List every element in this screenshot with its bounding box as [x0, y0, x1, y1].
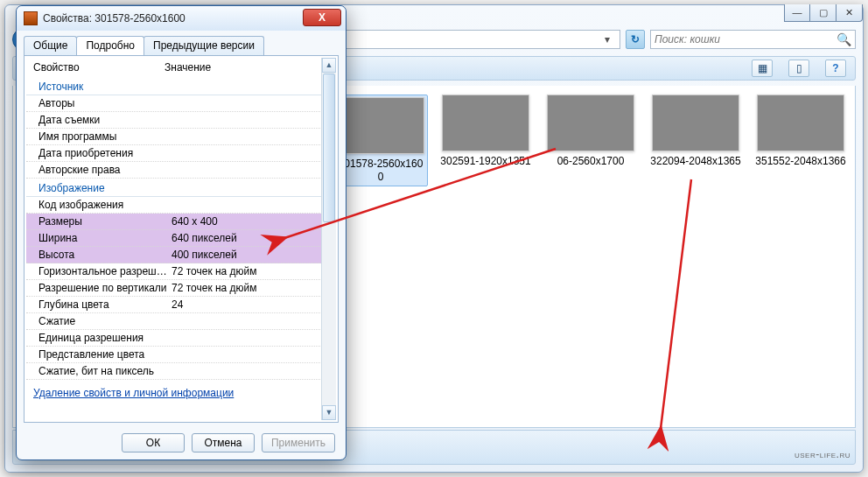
property-row[interactable]: Размеры640 x 400	[26, 214, 336, 230]
property-row[interactable]: Сжатие, бит на пиксель	[26, 363, 336, 380]
property-list: ИсточникАвторыДата съемкиИмя программыДа…	[26, 77, 336, 380]
property-value	[172, 114, 315, 126]
dialog-titlebar[interactable]: Свойства: 301578-2560x1600	[17, 6, 346, 31]
apply-button[interactable]: Применить	[262, 433, 335, 452]
property-name: Горизонтальное разреш…	[38, 265, 172, 277]
section-header: Источник	[26, 77, 336, 95]
view-button[interactable]: ▦	[752, 60, 773, 77]
property-row[interactable]: Дата съемки	[26, 112, 336, 129]
tab-general[interactable]: Общие	[24, 36, 77, 55]
thumbnail-caption: 06-2560x1700	[543, 155, 638, 168]
property-row[interactable]: Единица разрешения	[26, 330, 336, 347]
property-row[interactable]: Глубина цвета24	[26, 297, 336, 313]
remove-properties-link[interactable]: Удаление свойств и личной информации	[26, 380, 336, 399]
tab-body: Свойство Значение ИсточникАвторыДата съе…	[24, 55, 339, 423]
property-value	[172, 147, 315, 159]
dialog-buttons: ОК Отмена Применить	[17, 433, 346, 452]
property-name: Дата съемки	[38, 114, 172, 126]
property-row[interactable]: Авторы	[26, 95, 336, 112]
property-name: Высота	[38, 249, 172, 261]
property-row[interactable]: Разрешение по вертикали72 точек на дюйм	[26, 280, 336, 297]
thumbnail-item[interactable]: 301578-2560x1600	[333, 95, 428, 186]
search-input[interactable]	[654, 33, 836, 46]
scroll-down-button[interactable]: ▼	[322, 405, 336, 420]
thumbnail-image	[337, 97, 424, 154]
preview-pane-button[interactable]: ▯	[788, 60, 809, 77]
property-row[interactable]: Сжатие	[26, 313, 336, 330]
thumbnail-item[interactable]: 302591-1920x1351	[438, 95, 533, 186]
minimize-button[interactable]: —	[784, 4, 810, 22]
search-box[interactable]: 🔍	[650, 30, 856, 49]
property-name: Авторы	[38, 97, 172, 109]
property-name: Единица разрешения	[38, 332, 172, 344]
tab-details[interactable]: Подробно	[76, 36, 144, 55]
property-row[interactable]: Представление цвета	[26, 347, 336, 363]
property-row[interactable]: Дата приобретения	[26, 145, 336, 162]
thumbnail-image	[442, 95, 529, 151]
scrollbar[interactable]: ▲ ▼	[321, 58, 336, 420]
property-name: Ширина	[38, 232, 172, 244]
property-value	[172, 97, 315, 109]
properties-dialog: Свойства: 301578-2560x1600 X Общие Подро…	[16, 5, 346, 460]
column-value[interactable]: Значение	[164, 61, 315, 74]
column-property[interactable]: Свойство	[33, 61, 164, 74]
property-name: Разрешение по вертикали	[38, 282, 172, 294]
property-value	[172, 315, 315, 327]
property-value: 24	[172, 298, 315, 311]
property-value	[172, 130, 315, 143]
cancel-button[interactable]: Отмена	[192, 433, 255, 452]
thumbnail-caption: 302591-1920x1351	[438, 155, 533, 168]
tab-strip: Общие Подробно Предыдущие версии	[17, 31, 346, 55]
property-row[interactable]: Имя программы	[26, 129, 336, 145]
property-value: 400 пикселей	[172, 249, 315, 261]
maximize-button[interactable]: ▢	[810, 4, 836, 22]
property-name: Сжатие	[38, 315, 172, 327]
thumbnail-item[interactable]: 351552-2048x1366	[753, 95, 848, 186]
property-value	[172, 164, 315, 176]
column-headers: Свойство Значение	[26, 60, 336, 77]
thumbnail-caption: 351552-2048x1366	[753, 155, 848, 168]
property-name: Дата приобретения	[38, 147, 172, 159]
property-value	[172, 199, 315, 211]
tab-previous-versions[interactable]: Предыдущие версии	[144, 36, 264, 55]
property-name: Имя программы	[38, 130, 172, 143]
dialog-close-button[interactable]: X	[303, 9, 341, 26]
thumbnail-image	[652, 95, 739, 151]
property-value: 72 точек на дюйм	[172, 282, 315, 294]
property-name: Сжатие, бит на пиксель	[38, 365, 172, 377]
property-value: 640 пикселей	[172, 232, 315, 244]
property-name: Представление цвета	[38, 348, 172, 361]
property-value	[172, 348, 315, 361]
search-icon[interactable]: 🔍	[836, 32, 851, 46]
property-value	[172, 365, 315, 377]
thumbnail-image	[547, 95, 634, 151]
thumbnail-image	[757, 95, 844, 151]
window-buttons: — ▢ ✕	[784, 4, 863, 22]
address-dropdown-icon[interactable]: ▾	[600, 33, 614, 46]
property-name: Глубина цвета	[38, 298, 172, 311]
help-button[interactable]: ?	[825, 60, 846, 77]
section-header: Изображение	[26, 179, 336, 197]
refresh-button[interactable]: ↻	[626, 30, 645, 49]
property-row[interactable]: Ширина640 пикселей	[26, 230, 336, 247]
watermark: user-life.ru	[794, 446, 850, 461]
dialog-icon	[24, 11, 38, 25]
thumbnail-caption: 322094-2048x1365	[648, 155, 743, 168]
thumbnail-item[interactable]: 06-2560x1700	[543, 95, 638, 186]
scroll-thumb[interactable]	[323, 74, 335, 222]
property-value: 72 точек на дюйм	[172, 265, 315, 277]
ok-button[interactable]: ОК	[122, 433, 185, 452]
thumbnail-item[interactable]: 322094-2048x1365	[648, 95, 743, 186]
property-row[interactable]: Высота400 пикселей	[26, 247, 336, 263]
thumbnail-caption: 301578-2560x1600	[336, 158, 425, 184]
property-row[interactable]: Горизонтальное разреш…72 точек на дюйм	[26, 263, 336, 280]
dialog-title: Свойства: 301578-2560x1600	[43, 12, 186, 25]
scroll-up-button[interactable]: ▲	[322, 58, 336, 73]
property-row[interactable]: Авторские права	[26, 162, 336, 179]
property-value	[172, 332, 315, 344]
property-name: Код изображения	[38, 199, 172, 211]
property-name: Размеры	[38, 215, 172, 228]
property-row[interactable]: Код изображения	[26, 197, 336, 214]
close-button[interactable]: ✕	[836, 4, 863, 22]
property-name: Авторские права	[38, 164, 172, 176]
